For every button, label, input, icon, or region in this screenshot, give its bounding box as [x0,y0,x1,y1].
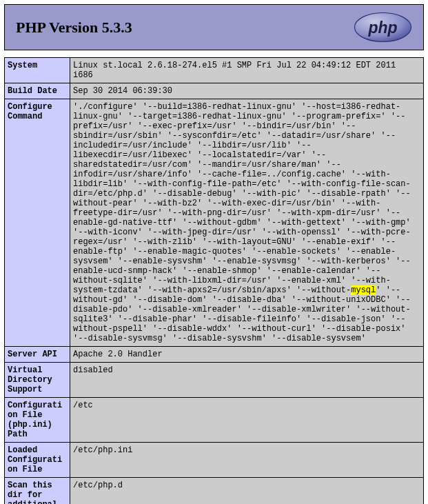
row-label: Virtual Directory Support [5,363,70,398]
row-value: /etc [70,398,424,443]
row-value: Apache 2.0 Handler [70,347,424,363]
phpinfo-table: SystemLinux st.local 2.6.18-274.el5 #1 S… [4,57,424,504]
search-highlight: mysql [351,285,376,295]
table-row: SystemLinux st.local 2.6.18-274.el5 #1 S… [5,58,424,83]
row-value: Linux st.local 2.6.18-274.el5 #1 SMP Fri… [70,58,424,83]
row-value: './configure' '--build=i386-redhat-linux… [70,99,424,347]
row-label: System [5,58,70,83]
row-label: Configure Command [5,99,70,347]
page-title: PHP Version 5.3.3 [16,19,132,37]
svg-text:php: php [367,19,397,37]
row-value: /etc/php.d [70,478,424,505]
row-value: Sep 30 2014 06:39:30 [70,83,424,99]
row-label: Scan this dir for additional .ini files [5,478,70,505]
table-row: Build DateSep 30 2014 06:39:30 [5,83,424,99]
table-row: Server APIApache 2.0 Handler [5,347,424,363]
php-logo: php [354,12,412,43]
table-row: Scan this dir for additional .ini files/… [5,478,424,505]
table-row: Loaded Configuration File/etc/php.ini [5,443,424,478]
table-row: Configure Command './configure' '--build… [5,99,424,347]
row-value: disabled [70,363,424,398]
row-label: Build Date [5,83,70,99]
table-row: Configuration File (php.ini) Path/etc [5,398,424,443]
row-label: Loaded Configuration File [5,443,70,478]
row-label: Server API [5,347,70,363]
phpinfo-header: PHP Version 5.3.3 php [4,4,424,50]
table-row: Virtual Directory Supportdisabled [5,363,424,398]
row-value: /etc/php.ini [70,443,424,478]
row-label: Configuration File (php.ini) Path [5,398,70,443]
